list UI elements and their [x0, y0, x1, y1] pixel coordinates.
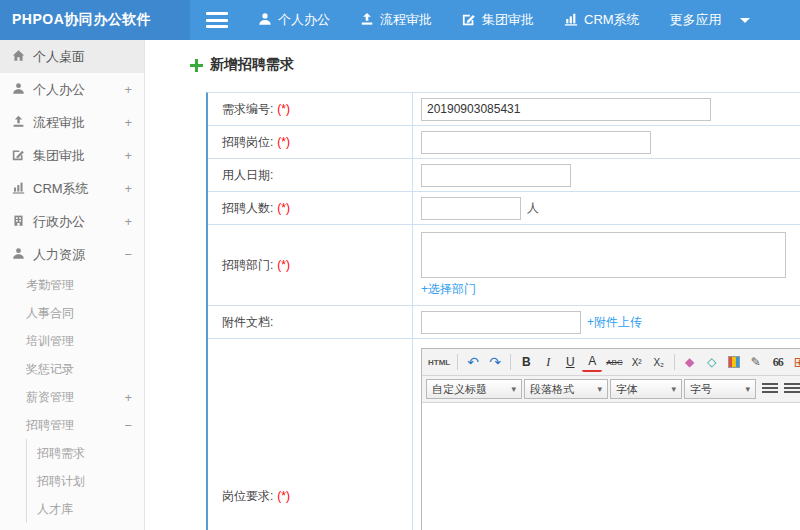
main-content: 新增招聘需求 需求编号: (*) 招聘岗位: (*) 用人日期: — [146, 40, 800, 530]
sidebar-item-label: 个人办公 — [33, 81, 85, 99]
superscript-button[interactable]: X² — [627, 352, 647, 372]
bold-button[interactable]: B — [516, 352, 536, 372]
sidebar-subitem-recruit-demand[interactable]: 招聘需求 — [27, 439, 144, 467]
sidebar-subitem-recruitment[interactable]: 招聘管理 − — [0, 411, 144, 439]
sidebar-subitem-recruit-plan[interactable]: 招聘计划 — [27, 467, 144, 495]
form-row-job-requirements: 岗位要求: (*) HTML ↶ ↷ B I U A ABC — [208, 339, 800, 530]
sidebar-item-group-approval[interactable]: 集团审批 + — [0, 139, 144, 172]
form-row-demand-no: 需求编号: (*) — [208, 93, 800, 126]
sidebar-item-crm-system[interactable]: CRM系统 + — [0, 172, 144, 205]
nav-workflow-approval[interactable]: 流程审批 — [360, 11, 432, 29]
nav-label: 流程审批 — [380, 11, 432, 29]
headcount-unit: 人 — [527, 200, 539, 217]
collapse-toggle[interactable]: − — [124, 247, 132, 262]
sidebar-subitem-attendance[interactable]: 考勤管理 — [0, 271, 144, 299]
nav-crm-system[interactable]: CRM系统 — [564, 11, 640, 29]
pen-button[interactable]: ✎ — [746, 352, 766, 372]
user-icon — [12, 82, 25, 98]
italic-button[interactable]: I — [538, 352, 558, 372]
expand-toggle[interactable]: + — [124, 181, 132, 196]
field-label: 岗位要求: (*) — [208, 339, 413, 530]
headcount-input[interactable] — [421, 197, 521, 220]
app-logo[interactable]: PHPOA协同办公软件 — [0, 0, 190, 40]
sidebar-item-personal-office[interactable]: 个人办公 + — [0, 73, 144, 106]
sidebar-subitem-rewards[interactable]: 奖惩记录 — [0, 355, 144, 383]
expand-toggle[interactable]: + — [124, 148, 132, 163]
redo-button[interactable]: ↷ — [485, 352, 505, 372]
align-left-button[interactable] — [762, 383, 778, 395]
sidebar-item-human-resources[interactable]: 人力资源 − — [0, 238, 144, 271]
attachment-upload-link[interactable]: +附件上传 — [587, 314, 642, 331]
nav-label: 集团审批 — [482, 11, 534, 29]
demand-no-input[interactable] — [421, 98, 711, 121]
rich-text-editor: HTML ↶ ↷ B I U A ABC X² X₂ ◆ — [421, 348, 800, 530]
sidebar-item-administration[interactable]: 行政办公 + — [0, 205, 144, 238]
expand-toggle[interactable]: + — [124, 115, 132, 130]
collapse-toggle[interactable]: − — [124, 418, 132, 433]
palette-button[interactable] — [724, 352, 744, 372]
insert-table-button[interactable]: ⊞ — [790, 352, 800, 372]
subitem-label: 招聘管理 — [26, 417, 74, 434]
expand-toggle[interactable]: + — [124, 390, 132, 405]
attachment-input[interactable] — [421, 311, 581, 334]
field-label: 招聘岗位: (*) — [208, 126, 413, 158]
format-brush-button[interactable]: ◇ — [702, 352, 722, 372]
bar-chart-icon — [12, 181, 25, 197]
font-color-button[interactable]: A — [582, 352, 602, 372]
field-label: 用人日期: — [208, 159, 413, 191]
nav-group-approval[interactable]: 集团审批 — [462, 11, 534, 29]
sidebar-subitem-salary[interactable]: 薪资管理 + — [0, 383, 144, 411]
remove-format-button[interactable]: ◆ — [680, 352, 700, 372]
required-mark: (*) — [277, 489, 290, 503]
undo-button[interactable]: ↶ — [463, 352, 483, 372]
recruitment-submenu: 招聘需求 招聘计划 人才库 — [26, 439, 144, 523]
required-mark: (*) — [277, 135, 290, 149]
strikethrough-button[interactable]: ABC — [604, 352, 624, 372]
sidebar-subitem-training[interactable]: 培训管理 — [0, 327, 144, 355]
select-department-link[interactable]: +选择部门 — [421, 281, 476, 298]
editor-content-area[interactable] — [422, 403, 800, 530]
palette-icon — [728, 356, 740, 368]
required-mark: (*) — [277, 102, 290, 116]
hire-date-input[interactable] — [421, 164, 571, 187]
editor-toolbar-row1: HTML ↶ ↷ B I U A ABC X² X₂ ◆ — [422, 349, 800, 376]
top-nav: 个人办公 流程审批 集团审批 CRM系统 更多应用 — [258, 11, 750, 29]
edit-icon — [462, 12, 476, 29]
expand-toggle[interactable]: + — [124, 82, 132, 97]
position-input[interactable] — [421, 131, 651, 154]
blockquote-button[interactable]: 66 — [768, 352, 788, 372]
underline-button[interactable]: U — [560, 352, 580, 372]
add-icon — [190, 59, 203, 72]
sidebar-item-personal-desktop[interactable]: 个人桌面 — [0, 40, 144, 73]
nav-more-apps[interactable]: 更多应用 — [670, 11, 750, 29]
menu-icon[interactable] — [206, 12, 228, 28]
font-size-select[interactable]: 字号 — [684, 379, 756, 399]
department-textarea[interactable] — [421, 232, 786, 278]
user-icon — [258, 12, 272, 29]
expand-toggle[interactable]: + — [124, 214, 132, 229]
sidebar-item-workflow-approval[interactable]: 流程审批 + — [0, 106, 144, 139]
upload-icon — [360, 12, 374, 29]
subitem-label: 薪资管理 — [26, 389, 74, 406]
sidebar-subitem-hr-contract[interactable]: 人事合同 — [0, 299, 144, 327]
subitem-label: 招聘需求 — [37, 445, 85, 462]
page-title-text: 新增招聘需求 — [210, 56, 294, 74]
top-header: PHPOA协同办公软件 个人办公 流程审批 集团审批 CRM系统 更多应用 — [0, 0, 800, 40]
custom-heading-select[interactable]: 自定义标题 — [426, 379, 522, 399]
sidebar-item-label: 人力资源 — [33, 246, 85, 264]
sidebar-subitem-talent-pool[interactable]: 人才库 — [27, 495, 144, 523]
paragraph-format-select[interactable]: 段落格式 — [524, 379, 608, 399]
field-label: 需求编号: (*) — [208, 93, 413, 125]
sidebar: 个人桌面 个人办公 + 流程审批 + 集团审批 + CRM系统 + 行政办公 +… — [0, 40, 145, 530]
html-source-button[interactable]: HTML — [426, 352, 452, 372]
form-row-hire-date: 用人日期: — [208, 159, 800, 192]
font-family-select[interactable]: 字体 — [610, 379, 682, 399]
sidebar-item-label: 个人桌面 — [33, 48, 85, 66]
recruitment-demand-form: 需求编号: (*) 招聘岗位: (*) 用人日期: — [206, 92, 800, 530]
subscript-button[interactable]: X₂ — [649, 352, 669, 372]
nav-personal-office[interactable]: 个人办公 — [258, 11, 330, 29]
subitem-label: 奖惩记录 — [26, 361, 74, 378]
align-center-button[interactable] — [784, 383, 800, 395]
subitem-label: 培训管理 — [26, 333, 74, 350]
nav-label: 个人办公 — [278, 11, 330, 29]
